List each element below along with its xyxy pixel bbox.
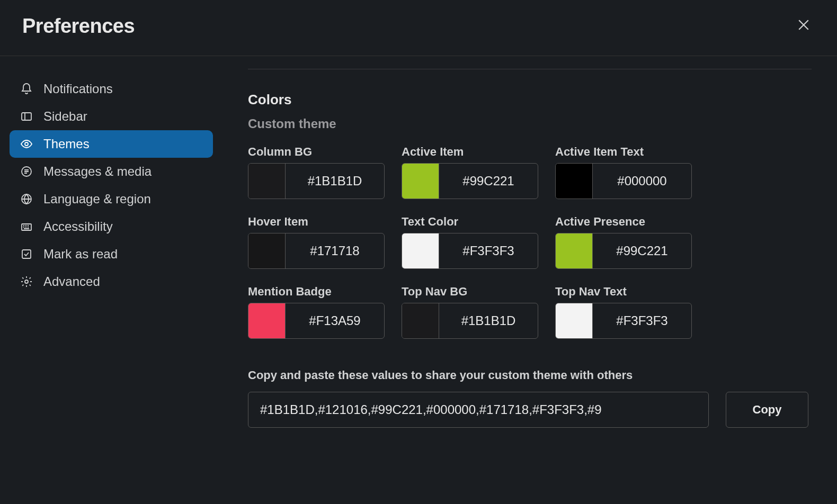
color-input[interactable]: #99C221 — [402, 163, 538, 199]
sidebar-item-label: Messages & media — [43, 164, 152, 179]
color-input[interactable]: #000000 — [555, 163, 692, 199]
color-hex-value: #F3F3F3 — [593, 303, 691, 338]
preferences-header: Preferences — [0, 0, 837, 56]
section-divider — [248, 69, 812, 69]
color-label: Top Nav Text — [555, 285, 692, 299]
page-title: Preferences — [22, 15, 135, 38]
color-label: Active Item — [402, 145, 538, 159]
sidebar-item-messages-media[interactable]: Messages & media — [10, 158, 213, 185]
color-swatch — [556, 233, 593, 268]
color-hex-value: #99C221 — [593, 233, 691, 268]
sidebar-icon — [19, 109, 34, 124]
sidebar-item-themes[interactable]: Themes — [10, 130, 213, 158]
sidebar-item-label: Themes — [43, 137, 90, 151]
color-label: Text Color — [402, 215, 538, 229]
sidebar-item-language-region[interactable]: Language & region — [10, 185, 213, 213]
share-theme-input[interactable] — [248, 392, 709, 428]
color-input[interactable]: #F3F3F3 — [402, 233, 538, 269]
share-theme-label: Copy and paste these values to share you… — [248, 368, 812, 382]
color-hex-value: #000000 — [593, 164, 691, 199]
sidebar-item-mark-as-read[interactable]: Mark as read — [10, 240, 213, 268]
svg-rect-5 — [22, 250, 31, 258]
color-swatch — [248, 233, 286, 268]
color-swatch — [402, 164, 439, 199]
color-field-active-item: Active Item #99C221 — [402, 145, 538, 199]
keyboard-icon — [19, 219, 34, 234]
color-hex-value: #99C221 — [439, 164, 538, 199]
color-label: Column BG — [248, 145, 385, 159]
color-swatch — [248, 303, 286, 338]
sidebar-item-label: Mark as read — [43, 247, 118, 262]
sidebar-item-label: Accessibility — [43, 219, 113, 234]
sidebar-item-accessibility[interactable]: Accessibility — [10, 213, 213, 240]
color-input[interactable]: #1B1B1D — [248, 163, 385, 199]
color-swatch — [402, 303, 439, 338]
color-swatch — [556, 164, 593, 199]
color-swatch — [556, 303, 593, 338]
color-label: Active Item Text — [555, 145, 692, 159]
color-input[interactable]: #171718 — [248, 233, 385, 269]
sidebar-item-label: Sidebar — [43, 109, 87, 124]
color-hex-value: #171718 — [286, 233, 384, 268]
sidebar-item-advanced[interactable]: Advanced — [10, 268, 213, 295]
bell-icon — [19, 82, 34, 96]
close-button[interactable] — [796, 17, 812, 35]
color-grid: Column BG #1B1B1D Active Item #99C221 Ac… — [248, 145, 812, 339]
colors-heading: Colors — [248, 92, 812, 108]
sidebar-item-label: Advanced — [43, 274, 100, 289]
eye-icon — [19, 137, 34, 151]
preferences-sidebar: Notifications Sidebar Themes Messages & … — [0, 69, 222, 428]
color-swatch — [248, 164, 286, 199]
copy-button[interactable]: Copy — [726, 392, 808, 428]
share-theme-row: Copy — [248, 392, 812, 428]
color-field-active-presence: Active Presence #99C221 — [555, 215, 692, 269]
sidebar-item-sidebar[interactable]: Sidebar — [10, 103, 213, 130]
color-input[interactable]: #1B1B1D — [402, 303, 538, 339]
gear-icon — [19, 274, 34, 289]
sidebar-item-notifications[interactable]: Notifications — [10, 75, 213, 103]
color-input[interactable]: #F3F3F3 — [555, 303, 692, 339]
svg-point-6 — [25, 280, 28, 283]
color-field-top-nav-bg: Top Nav BG #1B1B1D — [402, 285, 538, 339]
color-input[interactable]: #99C221 — [555, 233, 692, 269]
close-icon — [796, 16, 812, 37]
svg-point-1 — [25, 142, 28, 146]
chat-icon — [19, 164, 34, 179]
check-square-icon — [19, 247, 34, 262]
color-label: Top Nav BG — [402, 285, 538, 299]
color-input[interactable]: #F13A59 — [248, 303, 385, 339]
color-field-active-item-text: Active Item Text #000000 — [555, 145, 692, 199]
color-hex-value: #F3F3F3 — [439, 233, 538, 268]
sidebar-item-label: Notifications — [43, 82, 113, 96]
color-hex-value: #F13A59 — [286, 303, 384, 338]
color-swatch — [402, 233, 439, 268]
color-label: Active Presence — [555, 215, 692, 229]
color-field-hover-item: Hover Item #171718 — [248, 215, 385, 269]
color-hex-value: #1B1B1D — [286, 164, 384, 199]
custom-theme-subheading: Custom theme — [248, 116, 812, 131]
color-field-column-bg: Column BG #1B1B1D — [248, 145, 385, 199]
color-label: Mention Badge — [248, 285, 385, 299]
color-field-top-nav-text: Top Nav Text #F3F3F3 — [555, 285, 692, 339]
color-hex-value: #1B1B1D — [439, 303, 538, 338]
themes-panel: Colors Custom theme Column BG #1B1B1D Ac… — [222, 69, 837, 428]
globe-icon — [19, 192, 34, 206]
color-field-text-color: Text Color #F3F3F3 — [402, 215, 538, 269]
color-label: Hover Item — [248, 215, 385, 229]
svg-rect-0 — [22, 113, 31, 120]
color-field-mention-badge: Mention Badge #F13A59 — [248, 285, 385, 339]
sidebar-item-label: Language & region — [43, 192, 151, 206]
